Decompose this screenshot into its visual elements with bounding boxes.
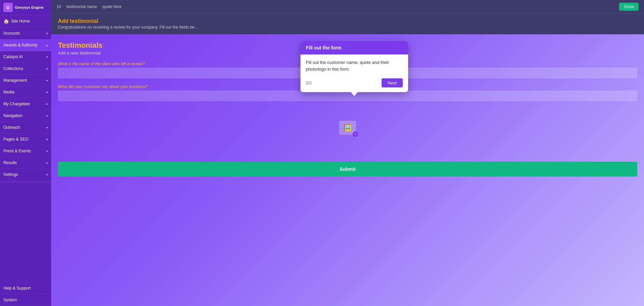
show-button[interactable]: Show: [619, 3, 639, 11]
sidebar-item-outreach[interactable]: Outreach ▾: [0, 122, 51, 133]
sidebar-item-media[interactable]: Media ▾: [0, 86, 51, 98]
sidebar-item-label: Outreach: [3, 125, 46, 130]
chevron-down-icon: ▾: [46, 173, 48, 177]
chevron-down-icon: ▾: [46, 55, 48, 59]
chevron-down-icon: ▾: [46, 32, 48, 35]
home-icon: 🏠: [3, 18, 9, 24]
sidebar-item-awards-authority[interactable]: Awards & Authority ▴: [0, 39, 51, 51]
sidebar-item-label: Management: [3, 78, 46, 83]
sidebar-item-settings[interactable]: Settings ▾: [0, 169, 51, 181]
sidebar-item-label: Press & Events: [3, 149, 46, 153]
image-placeholder: 🖼️ +: [339, 121, 356, 135]
sidebar: G Genysys Engine 🏠 Site Home Accounts ▾ …: [0, 0, 51, 306]
sidebar-item-label: Catalyst AI: [3, 54, 46, 59]
chevron-down-icon: ▾: [46, 149, 48, 153]
sidebar-item-results[interactable]: Results ▾: [0, 157, 51, 169]
sidebar-item-label: Results: [3, 160, 46, 165]
tooltip-body: Fill out the customer name, quote and th…: [300, 54, 408, 76]
tooltip-arrow: [351, 92, 358, 96]
sidebar-home[interactable]: 🏠 Site Home: [0, 15, 51, 28]
sidebar-item-label: Pages & SEO: [3, 137, 46, 142]
tooltip-footer: 2/3 Next: [300, 76, 408, 92]
chevron-down-icon: ▾: [46, 126, 48, 129]
sidebar-item-label: Help & Support: [3, 286, 48, 291]
form-area: Testimonials Add a new testimonial What …: [51, 34, 644, 306]
sidebar-item-label: Media: [3, 90, 46, 94]
sidebar-item-label: Settings: [3, 172, 46, 177]
row-number: 16: [57, 4, 61, 9]
chevron-down-icon: ▾: [46, 79, 48, 82]
sidebar-logo[interactable]: G Genysys Engine: [0, 0, 51, 15]
testimonial-name-cell: testimonial name: [66, 4, 97, 9]
sidebar-item-management[interactable]: Management ▾: [0, 75, 51, 86]
image-upload-area[interactable]: 🖼️ +: [58, 121, 637, 135]
quote-cell: quote here: [102, 4, 619, 9]
page-header: Add testimonial Congratulations on recei…: [51, 13, 644, 34]
sidebar-item-my-chargebee[interactable]: My Chargebee ▾: [0, 98, 51, 110]
sidebar-item-label: Accounts: [3, 31, 46, 36]
logo-text: Genysys Engine: [15, 5, 44, 9]
chevron-down-icon: ▾: [46, 67, 48, 71]
logo-icon: G: [3, 3, 13, 12]
sidebar-item-help-support[interactable]: Help & Support: [0, 282, 51, 294]
chevron-down-icon: ▾: [46, 102, 48, 106]
sidebar-item-pages-seo[interactable]: Pages & SEO ▾: [0, 133, 51, 145]
tooltip-box: Fill out the form Fill out the customer …: [300, 41, 408, 92]
chevron-up-icon: ▴: [46, 43, 48, 47]
page-subtitle: Congratulations on receiving a review fo…: [58, 25, 637, 30]
chevron-down-icon: ▾: [46, 161, 48, 165]
sidebar-home-label: Site Home: [11, 19, 30, 24]
sidebar-item-accounts[interactable]: Accounts ▾: [0, 28, 51, 39]
sidebar-item-press-events[interactable]: Press & Events ▾: [0, 145, 51, 157]
submit-button[interactable]: Submit: [58, 162, 637, 177]
page-area: Add testimonial Congratulations on recei…: [51, 13, 644, 306]
sidebar-item-navigation[interactable]: Navigation ▾: [0, 110, 51, 122]
sidebar-item-system[interactable]: System: [0, 294, 51, 306]
sidebar-divider: [0, 182, 51, 182]
page-title: Add testimonial: [58, 18, 637, 24]
sidebar-item-label: Collections: [3, 66, 46, 71]
tooltip-overlay: Fill out the form Fill out the customer …: [300, 41, 408, 96]
chevron-down-icon: ▾: [46, 138, 48, 141]
sidebar-item-label: Awards & Authority: [3, 43, 46, 47]
chevron-down-icon: ▾: [46, 114, 48, 118]
tooltip-next-button[interactable]: Next: [382, 78, 403, 87]
sidebar-bottom: Help & Support System: [0, 282, 51, 306]
top-bar: 16 testimonial name quote here Show: [51, 0, 644, 13]
sidebar-item-label: System: [3, 298, 48, 302]
sidebar-item-catalyst-ai[interactable]: Catalyst AI ▾: [0, 51, 51, 63]
sidebar-item-label: My Chargebee: [3, 102, 46, 106]
tooltip-step: 2/3: [306, 81, 312, 85]
chevron-down-icon: ▾: [46, 90, 48, 94]
main-content: 16 testimonial name quote here Show Add …: [51, 0, 644, 306]
sidebar-item-label: Navigation: [3, 113, 46, 118]
sidebar-item-collections[interactable]: Collections ▾: [0, 63, 51, 75]
tooltip-header: Fill out the form: [300, 41, 408, 54]
upload-badge-icon: +: [353, 131, 358, 137]
